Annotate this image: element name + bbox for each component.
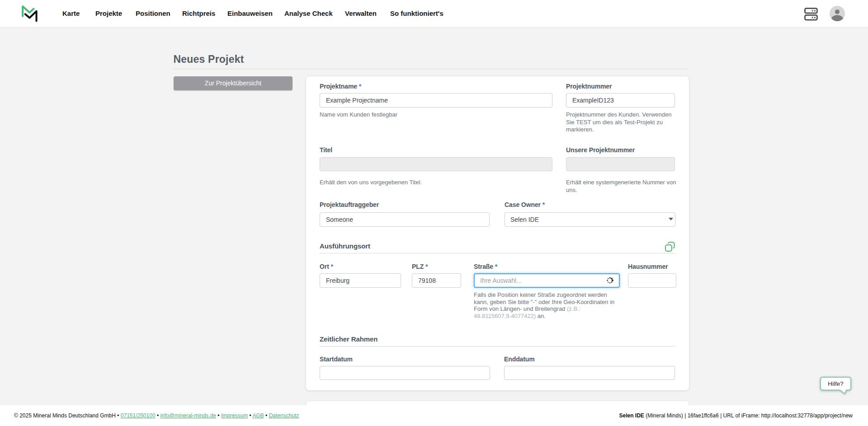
svg-text:Hilfe?: Hilfe?: [828, 380, 844, 387]
